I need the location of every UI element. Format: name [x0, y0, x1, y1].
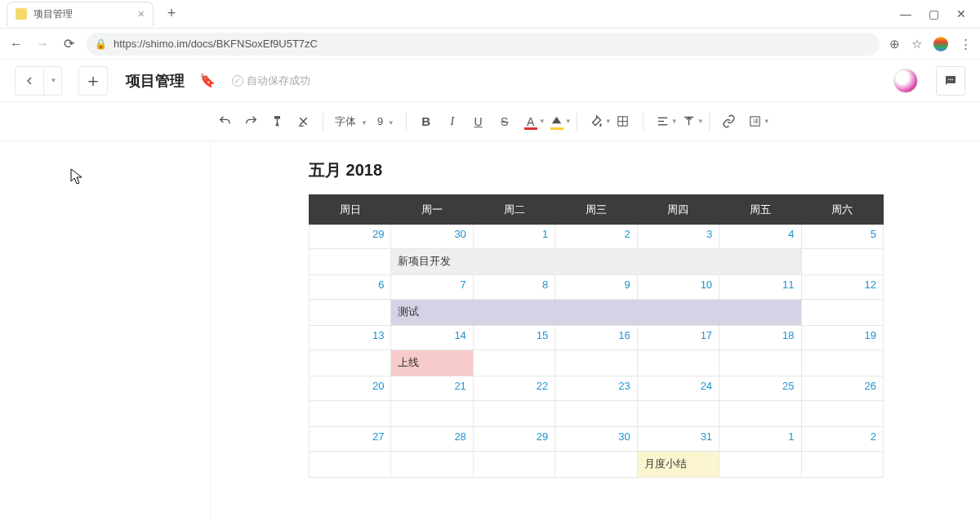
date-cell[interactable]: 5: [801, 225, 883, 249]
date-cell[interactable]: 11: [719, 275, 801, 300]
new-tab-button[interactable]: +: [160, 2, 183, 25]
date-cell[interactable]: 1: [473, 225, 555, 249]
event-cell[interactable]: [473, 350, 555, 377]
event-cell[interactable]: 测试: [391, 300, 801, 326]
bookmark-icon[interactable]: 🔖: [199, 73, 216, 88]
calendar-event[interactable]: 上线: [391, 350, 472, 376]
date-cell[interactable]: 7: [391, 275, 473, 300]
date-cell[interactable]: 1: [719, 427, 801, 452]
forward-button[interactable]: →: [34, 37, 51, 51]
close-tab-icon[interactable]: ×: [138, 7, 145, 20]
event-cell[interactable]: [310, 249, 391, 275]
calendar-event[interactable]: 测试: [391, 300, 800, 325]
date-cell[interactable]: 2: [555, 225, 637, 249]
underline-button[interactable]: U: [466, 109, 492, 135]
date-cell[interactable]: 31: [637, 427, 719, 452]
align-button[interactable]: ▼: [650, 109, 676, 135]
event-cell[interactable]: [719, 401, 801, 427]
date-cell[interactable]: 2: [801, 427, 883, 452]
date-cell[interactable]: 25: [719, 377, 801, 401]
maximize-icon[interactable]: ▢: [928, 7, 939, 20]
event-cell[interactable]: [555, 452, 637, 478]
redo-button[interactable]: [238, 109, 264, 135]
date-cell[interactable]: 10: [637, 275, 719, 300]
date-cell[interactable]: 13: [310, 326, 391, 350]
event-cell[interactable]: 新项目开发: [391, 249, 801, 275]
date-cell[interactable]: 15: [473, 326, 555, 350]
date-cell[interactable]: 30: [555, 427, 637, 452]
reload-button[interactable]: ⟳: [60, 36, 77, 51]
font-family-select[interactable]: 字体 ▼: [330, 114, 372, 129]
event-cell[interactable]: [801, 350, 883, 377]
calendar-table[interactable]: 周日周一周二周三周四周五周六 293012345新项目开发6789101112测…: [309, 194, 884, 478]
date-cell[interactable]: 29: [310, 225, 391, 249]
event-cell[interactable]: [555, 401, 637, 427]
event-cell[interactable]: [637, 401, 719, 427]
date-cell[interactable]: 6: [310, 275, 391, 300]
date-cell[interactable]: 17: [637, 326, 719, 350]
back-dropdown[interactable]: ▼: [44, 66, 62, 96]
date-cell[interactable]: 8: [473, 275, 555, 300]
event-cell[interactable]: [310, 452, 391, 478]
date-cell[interactable]: 18: [719, 326, 801, 350]
cell-color-button[interactable]: ▼: [584, 109, 610, 135]
translate-button[interactable]: 译▼: [742, 109, 768, 135]
event-cell[interactable]: [310, 350, 391, 377]
italic-button[interactable]: I: [439, 109, 466, 135]
event-cell[interactable]: [473, 401, 555, 427]
back-button[interactable]: ←: [8, 37, 24, 51]
font-size-select[interactable]: 9 ▼: [372, 115, 399, 127]
date-cell[interactable]: 12: [801, 275, 883, 300]
menu-icon[interactable]: ⋮: [960, 37, 972, 51]
vertical-align-button[interactable]: ▼: [676, 109, 702, 135]
event-cell[interactable]: [719, 452, 801, 478]
event-cell[interactable]: [801, 452, 883, 478]
date-cell[interactable]: 21: [391, 377, 473, 401]
undo-button[interactable]: [212, 109, 238, 135]
minimize-icon[interactable]: —: [900, 7, 911, 20]
user-avatar[interactable]: [893, 69, 918, 93]
date-cell[interactable]: 23: [555, 377, 637, 401]
back-nav-button[interactable]: [15, 66, 44, 96]
date-cell[interactable]: 14: [391, 326, 473, 350]
date-cell[interactable]: 30: [391, 225, 473, 249]
calendar-event[interactable]: 新项目开发: [391, 249, 800, 274]
text-color-button[interactable]: A▼: [518, 109, 544, 135]
calendar-event[interactable]: 月度小结: [638, 452, 719, 477]
date-cell[interactable]: 24: [637, 377, 719, 401]
event-cell[interactable]: [310, 401, 391, 427]
clear-format-button[interactable]: [290, 109, 316, 135]
new-button[interactable]: ＋: [78, 66, 108, 96]
date-cell[interactable]: 29: [473, 427, 555, 452]
date-cell[interactable]: 20: [310, 377, 391, 401]
date-cell[interactable]: 27: [310, 427, 391, 452]
date-cell[interactable]: 22: [473, 377, 555, 401]
zoom-icon[interactable]: ⊕: [889, 37, 900, 51]
event-cell[interactable]: [719, 350, 801, 377]
event-cell[interactable]: [391, 452, 473, 478]
borders-button[interactable]: [610, 109, 636, 135]
date-cell[interactable]: 3: [637, 225, 719, 249]
event-cell[interactable]: [801, 401, 883, 427]
date-cell[interactable]: 4: [719, 225, 801, 249]
date-cell[interactable]: 26: [801, 377, 883, 401]
bold-button[interactable]: B: [413, 109, 439, 135]
event-cell[interactable]: 月度小结: [637, 452, 719, 478]
url-input[interactable]: 🔒 https://shimo.im/docs/BKFNSoxEf9U5T7zC: [87, 33, 880, 56]
event-cell[interactable]: [473, 452, 555, 478]
comment-button[interactable]: [936, 66, 965, 96]
date-cell[interactable]: 28: [391, 427, 473, 452]
link-button[interactable]: [716, 109, 742, 135]
close-window-icon[interactable]: ✕: [956, 7, 967, 20]
event-cell[interactable]: [801, 300, 883, 326]
event-cell[interactable]: [801, 249, 883, 275]
event-cell[interactable]: 上线: [391, 350, 473, 377]
event-cell[interactable]: [391, 401, 473, 427]
highlight-button[interactable]: ▼: [544, 109, 570, 135]
event-cell[interactable]: [555, 350, 637, 377]
event-cell[interactable]: [637, 350, 719, 377]
star-icon[interactable]: ☆: [911, 37, 922, 51]
extension-icon[interactable]: [933, 37, 948, 51]
format-painter-button[interactable]: [264, 109, 290, 135]
event-cell[interactable]: [310, 300, 391, 326]
